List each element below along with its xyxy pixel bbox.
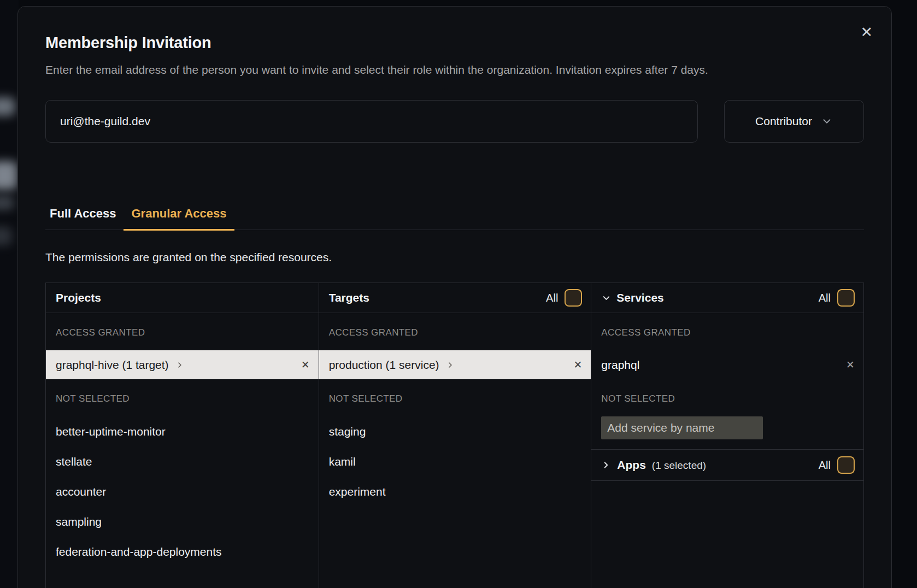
targets-header-label: Targets (329, 291, 369, 304)
projects-column-header: Projects (46, 283, 319, 313)
permissions-note: The permissions are granted on the speci… (45, 251, 864, 264)
projects-column: Projects ACCESS GRANTED graphql-hive (1 … (46, 283, 319, 588)
target-list-item[interactable]: experiment (319, 477, 591, 507)
services-column-header: Services All (591, 283, 863, 313)
targets-column: Targets All ACCESS GRANTED production (1… (319, 283, 591, 588)
not-selected-label: NOT SELECTED (591, 379, 863, 416)
role-selected-value: Contributor (755, 115, 812, 128)
services-all-checkbox[interactable] (837, 289, 855, 307)
tab-full-access[interactable]: Full Access (45, 206, 124, 231)
chevron-right-icon (446, 361, 455, 369)
resource-selector-table: Projects ACCESS GRANTED graphql-hive (1 … (45, 283, 864, 588)
tab-granular-access[interactable]: Granular Access (124, 206, 234, 231)
granted-project-row[interactable]: graphql-hive (1 target) ✕ (46, 350, 319, 379)
services-column: Services All ACCESS GRANTED graphql ✕ NO… (591, 283, 863, 588)
invite-row: Contributor (45, 100, 864, 143)
target-list-item[interactable]: staging (319, 416, 591, 446)
services-header-label: Services (616, 291, 663, 304)
granted-service-name: graphql (601, 358, 639, 372)
target-list-item[interactable]: kamil (319, 446, 591, 477)
apps-all-checkbox[interactable] (837, 456, 855, 474)
granted-target-name: production (1 service) (329, 358, 439, 372)
background-blur-fragment (0, 97, 15, 116)
chevron-down-icon (821, 115, 833, 127)
apps-all-label: All (819, 459, 831, 472)
background-app-content (0, 0, 19, 588)
role-select[interactable]: Contributor (724, 100, 864, 143)
apps-section-row[interactable]: Apps (1 selected) All (591, 449, 863, 481)
dialog-title: Membership Invitation (45, 34, 864, 52)
remove-target-icon[interactable]: ✕ (573, 358, 582, 371)
chevron-right-icon (601, 460, 611, 470)
granted-project-name: graphql-hive (1 target) (56, 358, 169, 372)
close-icon[interactable]: ✕ (860, 25, 873, 40)
access-tabs: Full Access Granular Access (45, 206, 864, 230)
access-granted-label: ACCESS GRANTED (319, 313, 591, 350)
project-list-item[interactable]: stellate (46, 446, 319, 477)
targets-all-group: All (546, 289, 582, 307)
remove-project-icon[interactable]: ✕ (301, 358, 310, 371)
email-input[interactable] (45, 100, 698, 143)
dialog-description: Enter the email address of the person yo… (45, 60, 800, 80)
membership-invitation-dialog: ✕ Membership Invitation Enter the email … (17, 6, 892, 588)
not-selected-label: NOT SELECTED (46, 379, 319, 416)
not-selected-label: NOT SELECTED (319, 379, 591, 416)
targets-column-header: Targets All (319, 283, 591, 313)
project-list-item[interactable]: better-uptime-monitor (46, 416, 319, 446)
chevron-down-icon[interactable] (601, 293, 612, 303)
chevron-right-icon (175, 361, 184, 369)
project-list-item[interactable]: accounter (46, 477, 319, 507)
background-blur-fragment (0, 227, 12, 245)
access-granted-label: ACCESS GRANTED (591, 313, 863, 350)
services-all-group: All (819, 289, 855, 307)
project-list-item[interactable]: sampling (46, 507, 319, 537)
services-all-label: All (819, 292, 831, 304)
apps-selected-count: (1 selected) (652, 460, 706, 472)
background-blur-fragment (0, 196, 14, 210)
granted-service-row: graphql ✕ (591, 350, 863, 379)
remove-service-icon[interactable]: ✕ (846, 358, 855, 371)
targets-all-label: All (546, 292, 558, 304)
apps-all-group: All (819, 456, 855, 474)
targets-all-checkbox[interactable] (565, 289, 582, 307)
projects-header-label: Projects (56, 291, 101, 304)
project-list-item[interactable]: federation-and-app-deployments (46, 537, 319, 567)
apps-title: Apps (617, 458, 646, 472)
background-blur-fragment (0, 161, 17, 190)
granted-target-row[interactable]: production (1 service) ✕ (319, 350, 591, 379)
access-granted-label: ACCESS GRANTED (46, 313, 319, 350)
add-service-input[interactable] (601, 416, 763, 439)
